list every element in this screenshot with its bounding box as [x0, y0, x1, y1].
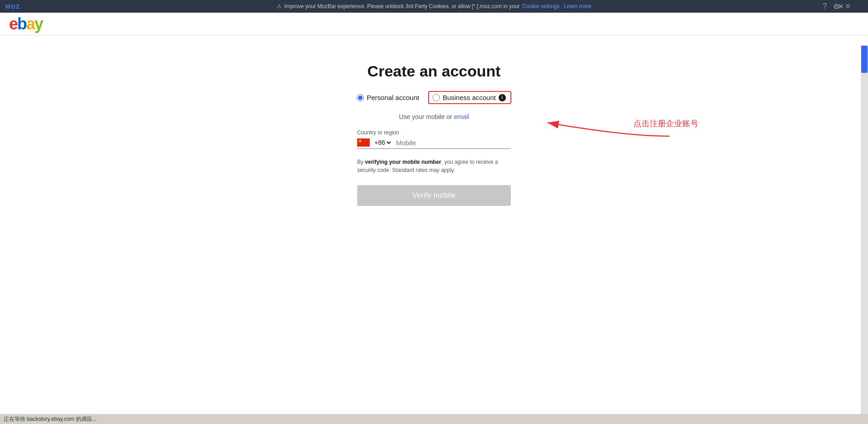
- status-bar: 正在等待 backstory.ebay.com 的调应...: [0, 414, 868, 424]
- country-label: Country or region: [357, 129, 511, 136]
- mozbar-cookie-link[interactable]: Cookie settings.: [523, 3, 561, 10]
- annotation-arrow-svg: [511, 100, 737, 154]
- account-type-row: Personal account Business account i 点击注册…: [357, 91, 511, 104]
- country-code-select[interactable]: +86: [373, 138, 392, 147]
- verify-note: By verifying your mobile number, you agr…: [357, 158, 511, 174]
- help-icon[interactable]: ?: [823, 2, 827, 10]
- ebay-logo: ebay: [9, 16, 42, 32]
- business-account-box: Business account i: [428, 91, 511, 104]
- mozbar-message: Improve your MozBar experience. Please u…: [284, 3, 520, 10]
- mozbar-banner: MOZ ⚠ Improve your MozBar experience. Pl…: [0, 0, 868, 13]
- annotation-text: 点击注册企业账号: [633, 118, 698, 129]
- form-section: Country or region +86 By verifying your …: [357, 129, 511, 206]
- mozbar-icons: ? ⚙ ≡ ✕: [823, 2, 850, 11]
- status-text: 正在等待 backstory.ebay.com 的调应...: [4, 415, 97, 423]
- personal-account-option[interactable]: Personal account: [357, 94, 419, 101]
- business-account-option[interactable]: Business account: [433, 94, 496, 101]
- verify-mobile-button[interactable]: Verify mobile: [357, 185, 511, 206]
- mobile-input[interactable]: [396, 139, 511, 147]
- scrollbar-thumb[interactable]: [861, 46, 868, 73]
- scrollbar[interactable]: [861, 45, 868, 414]
- spacer: [0, 343, 868, 424]
- personal-account-label: Personal account: [367, 94, 419, 101]
- business-account-label: Business account: [443, 94, 496, 101]
- use-mobile-text: Use your mobile or email: [399, 113, 469, 120]
- china-flag-icon: [357, 138, 370, 147]
- annotation-container: 点击注册企业账号: [511, 100, 737, 154]
- phone-row: +86: [357, 138, 511, 149]
- moz-logo: MOZ: [5, 3, 20, 10]
- email-link[interactable]: email: [454, 113, 469, 120]
- close-icon[interactable]: ✕: [838, 2, 844, 11]
- menu-icon[interactable]: ≡: [846, 2, 850, 10]
- mozbar-warning-icon: ⚠: [277, 3, 282, 10]
- mozbar-learn-more[interactable]: Learn more: [564, 3, 591, 10]
- verify-note-bold: verifying your mobile number: [365, 159, 441, 165]
- ebay-header: ebay: [0, 13, 868, 35]
- info-icon[interactable]: i: [499, 94, 506, 101]
- main-content: Create an account Personal account Busin…: [0, 35, 868, 343]
- page-title: Create an account: [368, 62, 501, 80]
- business-account-radio[interactable]: [433, 94, 440, 101]
- personal-account-radio[interactable]: [357, 94, 364, 101]
